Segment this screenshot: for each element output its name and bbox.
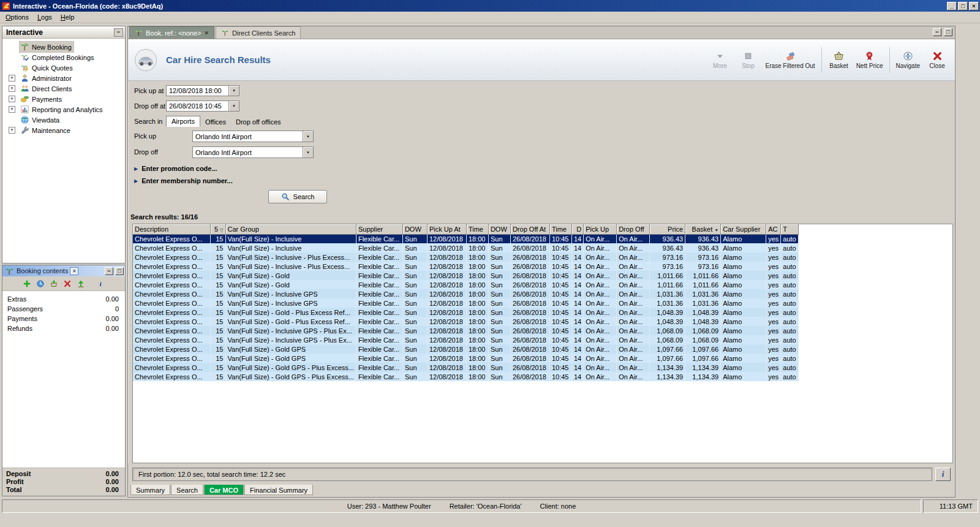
list-item[interactable]: Payments0.00	[2, 314, 125, 324]
membership-number-expander[interactable]: ▶ Enter membership number...	[134, 177, 233, 184]
menu-options[interactable]: Options	[1, 12, 33, 22]
column-header-price[interactable]: Price	[650, 224, 685, 234]
column-header-s[interactable]: 5▽	[210, 224, 225, 234]
move-up-icon[interactable]	[77, 279, 85, 288]
menu-help[interactable]: Help	[56, 12, 79, 22]
tab-car-mco[interactable]: Car MCO	[204, 485, 244, 495]
expand-icon[interactable]: +	[9, 106, 15, 113]
maximize-icon[interactable]: □	[958, 2, 968, 10]
column-header-dow-1[interactable]: DOW	[402, 224, 427, 234]
result-row[interactable]: Chevrolet Express O...15Van(Full Size) -…	[133, 271, 798, 280]
result-row[interactable]: Chevrolet Express O...15Van(Full Size) -…	[133, 335, 798, 344]
panel-collapse-icon[interactable]: −	[114, 28, 123, 37]
result-row[interactable]: Chevrolet Express O...15Van(Full Size) -…	[133, 262, 798, 271]
column-header-car-group[interactable]: Car Group	[225, 224, 356, 234]
sidebar-item-administrator[interactable]: + Administrator	[2, 73, 125, 83]
result-row[interactable]: Chevrolet Express O...15Van(Full Size) -…	[133, 372, 798, 381]
child-restore-icon[interactable]: □	[944, 28, 952, 36]
expand-icon[interactable]: +	[9, 127, 15, 134]
minimize-icon[interactable]: _	[947, 2, 957, 10]
column-header-dow-2[interactable]: DOW	[488, 224, 510, 234]
column-header-time-1[interactable]: Time	[466, 224, 488, 234]
dropdown-icon[interactable]: ▼	[228, 86, 239, 96]
tab-direct-clients-search[interactable]: Direct Clients Search	[216, 26, 301, 39]
child-minimize-icon[interactable]: −	[933, 28, 941, 36]
result-row[interactable]: Chevrolet Express O...15Van(Full Size) -…	[133, 363, 798, 372]
result-row[interactable]: Chevrolet Express O...15Van(Full Size) -…	[133, 354, 798, 363]
list-item[interactable]: Passengers0	[2, 304, 125, 314]
panel-close-icon[interactable]: ✕	[70, 267, 78, 275]
expand-icon[interactable]: +	[9, 96, 15, 102]
basket-button[interactable]: Basket	[825, 49, 853, 70]
column-header-basket[interactable]: Basket▼	[685, 224, 721, 234]
result-row[interactable]: Chevrolet Express O...15Van(Full Size) -…	[133, 326, 798, 335]
result-row[interactable]: Chevrolet Express O...15Van(Full Size) -…	[133, 252, 798, 262]
tab-search[interactable]: Search	[171, 485, 203, 495]
dropdown-icon[interactable]: ▼	[303, 131, 313, 142]
column-header-time-2[interactable]: Time	[549, 224, 571, 234]
add-icon[interactable]	[23, 279, 31, 288]
delete-icon[interactable]	[63, 279, 72, 288]
panel-restore-icon[interactable]: □	[115, 267, 124, 275]
stop-button[interactable]: Stop	[734, 49, 762, 70]
column-header-drop-off-at[interactable]: Drop Off At	[510, 224, 549, 234]
column-header-pick-up-at[interactable]: Pick Up At	[427, 224, 466, 234]
search-button[interactable]: Search	[268, 190, 327, 203]
result-row[interactable]: Chevrolet Express O...15Van(Full Size) -…	[133, 344, 798, 354]
sidebar-item-new-booking[interactable]: New Booking	[2, 42, 125, 52]
result-row[interactable]: Chevrolet Express O...15Van(Full Size) -…	[133, 280, 798, 289]
column-header-pick-up[interactable]: Pick Up	[584, 224, 617, 234]
tab-booking-ref[interactable]: Book. ref.: <none> ✕	[129, 26, 214, 39]
dropdown-icon[interactable]: ▼	[228, 101, 239, 111]
list-item[interactable]: Extras0.00	[2, 294, 125, 304]
tab-financial-summary[interactable]: Financial Summary	[244, 485, 313, 495]
result-row[interactable]: Chevrolet Express O...15Van(Full Size) -…	[133, 308, 798, 317]
result-row[interactable]: Chevrolet Express O...15Van(Full Size) -…	[133, 317, 798, 326]
result-row[interactable]: Chevrolet Express O...15Van(Full Size) -…	[133, 289, 798, 298]
dropdown-icon[interactable]: ▼	[303, 147, 313, 157]
navigate-button[interactable]: Navigate	[893, 49, 923, 70]
filter-funnel-icon[interactable]: ▽	[220, 228, 223, 232]
result-row[interactable]: Chevrolet Express O...15Van(Full Size) -…	[133, 234, 798, 243]
info-button[interactable]: i	[935, 468, 951, 481]
sidebar-item-direct-clients[interactable]: + Direct Clients	[2, 83, 125, 94]
dropoff-at-field[interactable]: 26/08/2018 10:45 ▼	[166, 100, 239, 112]
column-header-car-supplier[interactable]: Car Supplier	[721, 224, 766, 234]
basket-transfer-icon[interactable]	[50, 279, 58, 288]
more-button[interactable]: More	[706, 49, 734, 70]
sidebar-item-reporting-and-analytics[interactable]: + Reporting and Analytics	[2, 104, 125, 115]
pickup-combo[interactable]: Orlando Intl Airport ▼	[192, 131, 314, 142]
clock-world-icon[interactable]	[36, 279, 45, 288]
close-panel-button[interactable]: Close	[923, 49, 951, 70]
result-row[interactable]: Chevrolet Express O...15Van(Full Size) -…	[133, 243, 798, 252]
menu-logs[interactable]: Logs	[33, 12, 56, 22]
column-header-description[interactable]: Description	[133, 224, 210, 234]
tab-airports[interactable]: Airports	[166, 116, 200, 127]
sidebar-item-payments[interactable]: + Payments	[2, 94, 125, 104]
sidebar-item-completed-bookings[interactable]: Completed Bookings	[2, 52, 125, 63]
column-header-drop-off[interactable]: Drop Off	[617, 224, 650, 234]
info-icon[interactable]: i	[96, 279, 105, 288]
panel-minimize-icon[interactable]: −	[105, 267, 113, 275]
expand-icon[interactable]: +	[9, 85, 15, 92]
tab-drop-off-offices[interactable]: Drop off offices	[231, 117, 286, 127]
close-icon[interactable]: ×	[969, 2, 979, 10]
column-header-d[interactable]: D	[571, 224, 583, 234]
list-item[interactable]: Refunds0.00	[2, 324, 125, 333]
tab-offices[interactable]: Offices	[200, 117, 231, 127]
sidebar-item-quick-quotes[interactable]: Quick Quotes	[2, 63, 125, 73]
column-header-supplier[interactable]: Supplier	[356, 224, 402, 234]
sort-desc-icon[interactable]: ▼	[714, 228, 718, 232]
nett-price-button[interactable]: Nett Price	[853, 49, 886, 70]
sidebar-item-viewdata[interactable]: Viewdata	[2, 115, 125, 125]
dropoff-combo[interactable]: Orlando Intl Airport ▼	[192, 146, 314, 158]
expand-icon[interactable]: +	[9, 75, 15, 82]
sidebar-item-maintenance[interactable]: + Maintenance	[2, 125, 125, 135]
column-header-ac[interactable]: AC	[766, 224, 781, 234]
tab-summary[interactable]: Summary	[130, 485, 170, 495]
pickup-at-field[interactable]: 12/08/2018 18:00 ▼	[166, 85, 239, 96]
promotion-code-expander[interactable]: ▶ Enter promotion code...	[134, 165, 217, 172]
erase-filtered-out-button[interactable]: Erase Filtered Out	[762, 49, 818, 70]
column-header-t[interactable]: T	[781, 224, 798, 234]
result-row[interactable]: Chevrolet Express O...15Van(Full Size) -…	[133, 298, 798, 308]
